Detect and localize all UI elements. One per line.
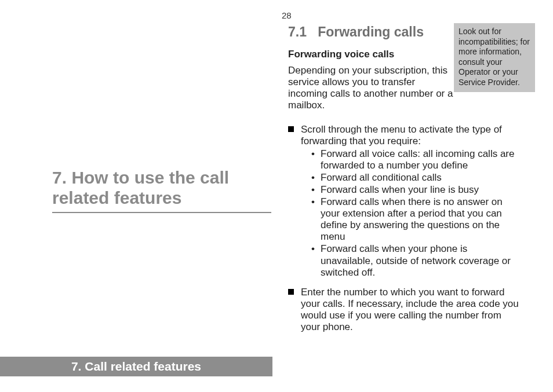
section-heading: 7.1 Forwarding calls: [288, 24, 424, 40]
steps-list: Scroll through the menu to activate the …: [288, 124, 520, 335]
footer-label: 7. Call related features: [71, 360, 201, 373]
square-bullet-icon: [288, 289, 296, 333]
sublist-item: Forward all voice calls: all incoming ca…: [311, 148, 520, 171]
sublist-item: Forward all conditional calls: [311, 172, 520, 184]
section-title: Forwarding calls: [318, 24, 424, 39]
divider: [52, 212, 271, 213]
chapter-number: 7.: [52, 168, 67, 188]
section-number: 7.1: [288, 24, 307, 39]
chapter-title: How to use the call related features: [52, 168, 229, 207]
sublist: Forward all voice calls: all incoming ca…: [301, 148, 520, 279]
footer-tab: 7. Call related features: [0, 357, 272, 376]
page-number: 28: [282, 10, 292, 20]
list-item-text: Scroll through the menu to activate the …: [301, 124, 520, 147]
side-note: Look out for incompatibilities; for more…: [454, 23, 535, 92]
sublist-item: Forward calls when your line is busy: [311, 184, 520, 196]
intro-paragraph: Depending on your subscription, this ser…: [288, 65, 453, 111]
chapter-heading: 7. How to use the call related features: [52, 168, 272, 208]
sublist-item: Forward calls when there is no answer on…: [311, 196, 520, 243]
list-item: Scroll through the menu to activate the …: [288, 124, 520, 282]
list-item: Enter the number to which you want to fo…: [288, 287, 520, 333]
sublist-item: Forward calls when your phone is unavail…: [311, 243, 520, 278]
subheading: Forwarding voice calls: [288, 49, 394, 60]
list-item-text: Enter the number to which you want to fo…: [301, 287, 520, 333]
square-bullet-icon: [288, 126, 296, 282]
